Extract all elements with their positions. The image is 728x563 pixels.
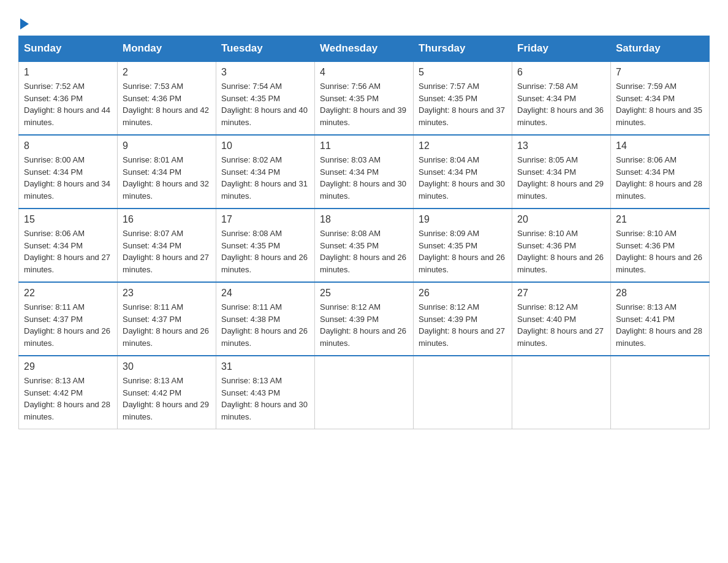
column-header-tuesday: Tuesday — [216, 36, 315, 62]
day-number: 10 — [221, 140, 309, 151]
day-number: 24 — [221, 288, 309, 299]
day-info: Sunrise: 8:11 AMSunset: 4:37 PMDaylight:… — [24, 301, 112, 349]
day-number: 21 — [616, 214, 704, 225]
calendar-week-row: 8 Sunrise: 8:00 AMSunset: 4:34 PMDayligh… — [19, 135, 710, 209]
calendar-cell: 6 Sunrise: 7:58 AMSunset: 4:34 PMDayligh… — [512, 61, 611, 135]
day-info: Sunrise: 7:59 AMSunset: 4:34 PMDaylight:… — [616, 80, 704, 128]
calendar-week-row: 15 Sunrise: 8:06 AMSunset: 4:34 PMDaylig… — [19, 209, 710, 282]
day-info: Sunrise: 8:02 AMSunset: 4:34 PMDaylight:… — [221, 154, 309, 202]
day-number: 23 — [123, 288, 211, 299]
day-number: 3 — [221, 67, 309, 78]
day-number: 26 — [419, 288, 507, 299]
calendar-week-row: 1 Sunrise: 7:52 AMSunset: 4:36 PMDayligh… — [19, 61, 710, 135]
day-info: Sunrise: 7:54 AMSunset: 4:35 PMDaylight:… — [221, 80, 309, 128]
day-info: Sunrise: 8:07 AMSunset: 4:34 PMDaylight:… — [123, 228, 211, 275]
day-info: Sunrise: 8:13 AMSunset: 4:41 PMDaylight:… — [616, 301, 704, 349]
column-header-friday: Friday — [512, 36, 611, 62]
page-header — [18, 12, 710, 29]
calendar-cell: 31 Sunrise: 8:13 AMSunset: 4:43 PMDaylig… — [216, 356, 315, 429]
column-header-thursday: Thursday — [414, 36, 512, 62]
calendar-cell: 8 Sunrise: 8:00 AMSunset: 4:34 PMDayligh… — [19, 135, 118, 209]
calendar-cell: 12 Sunrise: 8:04 AMSunset: 4:34 PMDaylig… — [414, 135, 512, 209]
day-number: 8 — [24, 140, 112, 151]
column-header-monday: Monday — [118, 36, 216, 62]
day-number: 13 — [517, 140, 605, 151]
calendar-cell: 18 Sunrise: 8:08 AMSunset: 4:35 PMDaylig… — [315, 209, 414, 282]
day-number: 18 — [320, 214, 408, 225]
calendar-cell — [414, 356, 512, 429]
day-info: Sunrise: 8:13 AMSunset: 4:42 PMDaylight:… — [123, 375, 211, 423]
day-info: Sunrise: 7:56 AMSunset: 4:35 PMDaylight:… — [320, 80, 408, 128]
calendar-cell: 28 Sunrise: 8:13 AMSunset: 4:41 PMDaylig… — [611, 282, 710, 356]
calendar-cell: 9 Sunrise: 8:01 AMSunset: 4:34 PMDayligh… — [118, 135, 216, 209]
day-number: 5 — [419, 67, 507, 78]
day-info: Sunrise: 7:58 AMSunset: 4:34 PMDaylight:… — [517, 80, 605, 128]
calendar-cell: 13 Sunrise: 8:05 AMSunset: 4:34 PMDaylig… — [512, 135, 611, 209]
day-info: Sunrise: 8:13 AMSunset: 4:43 PMDaylight:… — [221, 375, 309, 423]
day-number: 1 — [24, 67, 112, 78]
calendar-cell: 25 Sunrise: 8:12 AMSunset: 4:39 PMDaylig… — [315, 282, 414, 356]
day-info: Sunrise: 8:12 AMSunset: 4:39 PMDaylight:… — [419, 301, 507, 349]
calendar-cell: 10 Sunrise: 8:02 AMSunset: 4:34 PMDaylig… — [216, 135, 315, 209]
calendar-cell: 26 Sunrise: 8:12 AMSunset: 4:39 PMDaylig… — [414, 282, 512, 356]
calendar-cell: 17 Sunrise: 8:08 AMSunset: 4:35 PMDaylig… — [216, 209, 315, 282]
day-number: 14 — [616, 140, 704, 151]
day-info: Sunrise: 8:11 AMSunset: 4:37 PMDaylight:… — [123, 301, 211, 349]
day-number: 25 — [320, 288, 408, 299]
calendar-cell: 22 Sunrise: 8:11 AMSunset: 4:37 PMDaylig… — [19, 282, 118, 356]
day-number: 17 — [221, 214, 309, 225]
calendar-cell: 27 Sunrise: 8:12 AMSunset: 4:40 PMDaylig… — [512, 282, 611, 356]
day-info: Sunrise: 8:06 AMSunset: 4:34 PMDaylight:… — [616, 154, 704, 202]
day-info: Sunrise: 8:09 AMSunset: 4:35 PMDaylight:… — [419, 228, 507, 275]
day-info: Sunrise: 8:10 AMSunset: 4:36 PMDaylight:… — [517, 228, 605, 275]
day-number: 2 — [123, 67, 211, 78]
calendar-cell: 20 Sunrise: 8:10 AMSunset: 4:36 PMDaylig… — [512, 209, 611, 282]
day-number: 6 — [517, 67, 605, 78]
calendar-cell: 24 Sunrise: 8:11 AMSunset: 4:38 PMDaylig… — [216, 282, 315, 356]
column-header-saturday: Saturday — [611, 36, 710, 62]
day-info: Sunrise: 8:12 AMSunset: 4:39 PMDaylight:… — [320, 301, 408, 349]
calendar-week-row: 29 Sunrise: 8:13 AMSunset: 4:42 PMDaylig… — [19, 356, 710, 429]
day-number: 15 — [24, 214, 112, 225]
calendar-cell — [611, 356, 710, 429]
day-number: 12 — [419, 140, 507, 151]
calendar-cell: 4 Sunrise: 7:56 AMSunset: 4:35 PMDayligh… — [315, 61, 414, 135]
day-number: 30 — [123, 361, 211, 372]
day-info: Sunrise: 8:03 AMSunset: 4:34 PMDaylight:… — [320, 154, 408, 202]
day-info: Sunrise: 8:00 AMSunset: 4:34 PMDaylight:… — [24, 154, 112, 202]
day-info: Sunrise: 8:12 AMSunset: 4:40 PMDaylight:… — [517, 301, 605, 349]
day-info: Sunrise: 8:01 AMSunset: 4:34 PMDaylight:… — [123, 154, 211, 202]
calendar-cell: 21 Sunrise: 8:10 AMSunset: 4:36 PMDaylig… — [611, 209, 710, 282]
calendar-cell: 15 Sunrise: 8:06 AMSunset: 4:34 PMDaylig… — [19, 209, 118, 282]
day-number: 28 — [616, 288, 704, 299]
day-number: 16 — [123, 214, 211, 225]
day-number: 4 — [320, 67, 408, 78]
calendar-cell — [315, 356, 414, 429]
calendar-cell — [512, 356, 611, 429]
column-header-wednesday: Wednesday — [315, 36, 414, 62]
calendar-cell: 11 Sunrise: 8:03 AMSunset: 4:34 PMDaylig… — [315, 135, 414, 209]
day-info: Sunrise: 8:08 AMSunset: 4:35 PMDaylight:… — [320, 228, 408, 275]
calendar-cell: 5 Sunrise: 7:57 AMSunset: 4:35 PMDayligh… — [414, 61, 512, 135]
day-info: Sunrise: 8:08 AMSunset: 4:35 PMDaylight:… — [221, 228, 309, 275]
calendar-cell: 23 Sunrise: 8:11 AMSunset: 4:37 PMDaylig… — [118, 282, 216, 356]
logo — [18, 18, 29, 29]
calendar-cell: 30 Sunrise: 8:13 AMSunset: 4:42 PMDaylig… — [118, 356, 216, 429]
day-number: 27 — [517, 288, 605, 299]
calendar-cell: 3 Sunrise: 7:54 AMSunset: 4:35 PMDayligh… — [216, 61, 315, 135]
calendar-cell: 1 Sunrise: 7:52 AMSunset: 4:36 PMDayligh… — [19, 61, 118, 135]
day-info: Sunrise: 8:11 AMSunset: 4:38 PMDaylight:… — [221, 301, 309, 349]
day-info: Sunrise: 8:06 AMSunset: 4:34 PMDaylight:… — [24, 228, 112, 275]
day-number: 22 — [24, 288, 112, 299]
calendar-cell: 16 Sunrise: 8:07 AMSunset: 4:34 PMDaylig… — [118, 209, 216, 282]
day-number: 7 — [616, 67, 704, 78]
day-info: Sunrise: 8:05 AMSunset: 4:34 PMDaylight:… — [517, 154, 605, 202]
calendar-header-row: SundayMondayTuesdayWednesdayThursdayFrid… — [19, 36, 710, 62]
calendar-cell: 29 Sunrise: 8:13 AMSunset: 4:42 PMDaylig… — [19, 356, 118, 429]
day-number: 9 — [123, 140, 211, 151]
logo-arrow-icon — [20, 18, 29, 29]
day-info: Sunrise: 8:04 AMSunset: 4:34 PMDaylight:… — [419, 154, 507, 202]
day-info: Sunrise: 8:10 AMSunset: 4:36 PMDaylight:… — [616, 228, 704, 275]
day-info: Sunrise: 7:57 AMSunset: 4:35 PMDaylight:… — [419, 80, 507, 128]
calendar-table: SundayMondayTuesdayWednesdayThursdayFrid… — [18, 36, 710, 429]
